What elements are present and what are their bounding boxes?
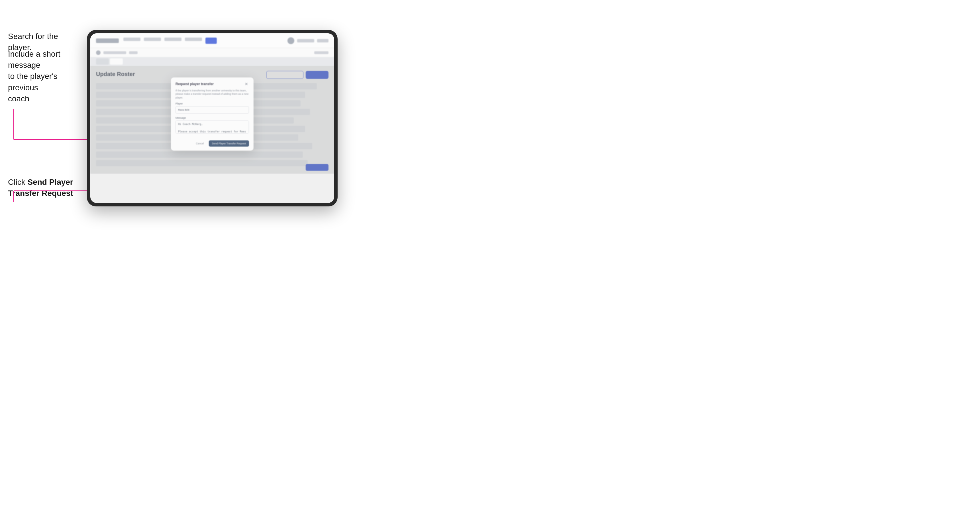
header-text (297, 39, 314, 43)
nav-item-3 (164, 38, 181, 41)
player-input[interactable] (175, 106, 249, 114)
header-action (314, 51, 328, 54)
nav-item-active (205, 38, 217, 44)
app-logo (96, 38, 119, 43)
cancel-button[interactable]: Cancel (193, 140, 207, 147)
nav-item-1 (123, 38, 140, 41)
message-label: Message (175, 116, 249, 119)
modal-title: Request player transfer (175, 82, 214, 86)
header-right (288, 37, 328, 44)
user-avatar (288, 37, 294, 44)
player-label: Player (175, 102, 249, 105)
modal-overlay: Request player transfer ✕ If the player … (90, 66, 334, 174)
tab-2-active (110, 59, 123, 65)
modal-header: Request player transfer ✕ (171, 78, 253, 89)
tab-1 (96, 59, 109, 65)
app-subheader (90, 48, 334, 57)
modal-description: If the player is transferring from anoth… (171, 89, 253, 103)
modal-body: Player Message Hi Coach McHarg, Please a… (171, 102, 253, 138)
send-transfer-button[interactable]: Send Player Transfer Request (209, 140, 249, 147)
app-header (90, 33, 334, 48)
message-textarea[interactable]: Hi Coach McHarg, Please accept this tran… (175, 121, 249, 133)
tab-bar (90, 57, 334, 66)
sub-icon (96, 51, 100, 55)
annotation-message: Include a short messageto the player's p… (8, 48, 82, 104)
modal-dialog: Request player transfer ✕ If the player … (171, 78, 253, 151)
annotation-click: Click Send PlayerTransfer Request (8, 176, 82, 199)
nav-item-2 (144, 38, 161, 41)
tablet-device: Update Roster (87, 30, 337, 206)
breadcrumb-1 (103, 51, 126, 54)
main-content: Update Roster (90, 66, 334, 174)
modal-footer: Cancel Send Player Transfer Request (171, 138, 253, 151)
nav-items (123, 38, 283, 44)
nav-item-4 (185, 38, 202, 41)
breadcrumb-2 (129, 51, 138, 54)
modal-close-button[interactable]: ✕ (244, 81, 249, 87)
header-text-2 (317, 39, 328, 43)
